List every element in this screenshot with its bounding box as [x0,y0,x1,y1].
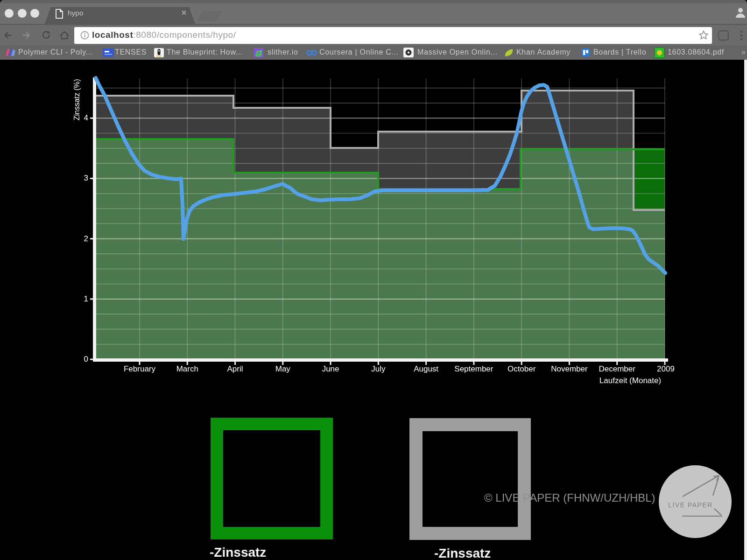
svg-text:December: December [599,364,635,373]
svg-text:June: June [322,364,339,373]
svg-text:October: October [507,364,536,373]
svg-text:September: September [454,364,493,373]
svg-text:4: 4 [84,113,88,122]
svg-text:November: November [551,364,588,373]
svg-text:February: February [124,364,156,373]
svg-text:1: 1 [84,294,88,303]
svg-text:July: July [371,364,386,373]
svg-text:April: April [227,364,243,373]
svg-text:August: August [414,364,438,373]
svg-text:3: 3 [84,174,88,182]
svg-text:Zinssatz (%): Zinssatz (%) [73,79,81,120]
svg-text:LIVE PAPER: LIVE PAPER [668,501,713,509]
svg-text:2009: 2009 [657,364,675,373]
svg-text:March: March [176,364,198,373]
svg-text:0: 0 [84,355,88,364]
svg-text:May: May [275,364,291,373]
svg-text:Laufzeit (Monate): Laufzeit (Monate) [599,376,661,385]
svg-text:2: 2 [84,234,88,243]
